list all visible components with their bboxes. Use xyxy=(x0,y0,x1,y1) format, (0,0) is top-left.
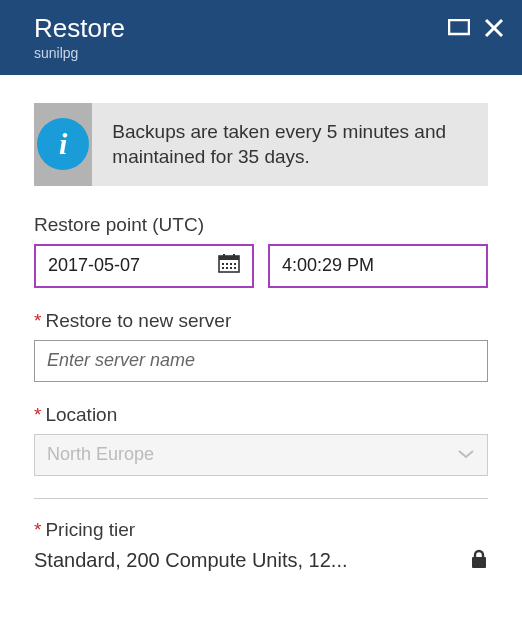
blade-header: Restore sunilpg xyxy=(0,0,522,75)
page-title: Restore xyxy=(34,14,125,43)
svg-rect-10 xyxy=(234,263,236,265)
pricing-label-text: Pricing tier xyxy=(45,519,135,541)
svg-rect-12 xyxy=(226,267,228,269)
maximize-icon[interactable] xyxy=(448,19,470,37)
restore-point-field: Restore point (UTC) 2017-05-07 4:00:29 P xyxy=(34,214,488,288)
location-label-text: Location xyxy=(45,404,117,426)
info-icon: i xyxy=(37,118,89,170)
pricing-row[interactable]: Standard, 200 Compute Units, 12... xyxy=(34,549,488,573)
svg-rect-7 xyxy=(222,263,224,265)
restore-point-row: 2017-05-07 4:00:29 PM xyxy=(34,244,488,288)
restore-point-label: Restore point (UTC) xyxy=(34,214,488,236)
chevron-down-icon xyxy=(457,444,475,465)
location-select: North Europe xyxy=(34,434,488,476)
lock-icon xyxy=(470,549,488,573)
header-controls xyxy=(448,14,504,38)
close-icon[interactable] xyxy=(484,18,504,38)
restore-time-value: 4:00:29 PM xyxy=(282,255,374,276)
new-server-label-text: Restore to new server xyxy=(45,310,231,332)
svg-rect-15 xyxy=(472,557,486,568)
svg-rect-13 xyxy=(230,267,232,269)
info-banner: i Backups are taken every 5 minutes and … xyxy=(34,103,488,186)
server-name-input[interactable] xyxy=(34,340,488,382)
required-asterisk: * xyxy=(34,519,41,541)
new-server-field: * Restore to new server xyxy=(34,310,488,382)
required-asterisk: * xyxy=(34,310,41,332)
new-server-label: * Restore to new server xyxy=(34,310,488,332)
location-value: North Europe xyxy=(47,444,154,465)
svg-rect-9 xyxy=(230,263,232,265)
svg-rect-4 xyxy=(219,256,239,260)
calendar-icon[interactable] xyxy=(218,253,240,278)
svg-rect-5 xyxy=(223,254,225,258)
location-label: * Location xyxy=(34,404,488,426)
required-asterisk: * xyxy=(34,404,41,426)
svg-rect-6 xyxy=(233,254,235,258)
pricing-value: Standard, 200 Compute Units, 12... xyxy=(34,549,348,572)
svg-rect-8 xyxy=(226,263,228,265)
restore-time-input[interactable]: 4:00:29 PM xyxy=(268,244,488,288)
pricing-label: * Pricing tier xyxy=(34,519,488,541)
page-subtitle: sunilpg xyxy=(34,45,125,61)
pricing-tier-field: * Pricing tier Standard, 200 Compute Uni… xyxy=(34,519,488,573)
svg-rect-0 xyxy=(449,20,469,34)
location-field: * Location North Europe xyxy=(34,404,488,476)
content-area: i Backups are taken every 5 minutes and … xyxy=(0,75,522,573)
restore-date-input[interactable]: 2017-05-07 xyxy=(34,244,254,288)
header-text: Restore sunilpg xyxy=(34,14,125,61)
svg-rect-11 xyxy=(222,267,224,269)
info-icon-box: i xyxy=(34,103,92,186)
restore-date-value: 2017-05-07 xyxy=(48,255,140,276)
svg-rect-14 xyxy=(234,267,236,269)
info-text: Backups are taken every 5 minutes and ma… xyxy=(92,103,488,186)
divider xyxy=(34,498,488,499)
